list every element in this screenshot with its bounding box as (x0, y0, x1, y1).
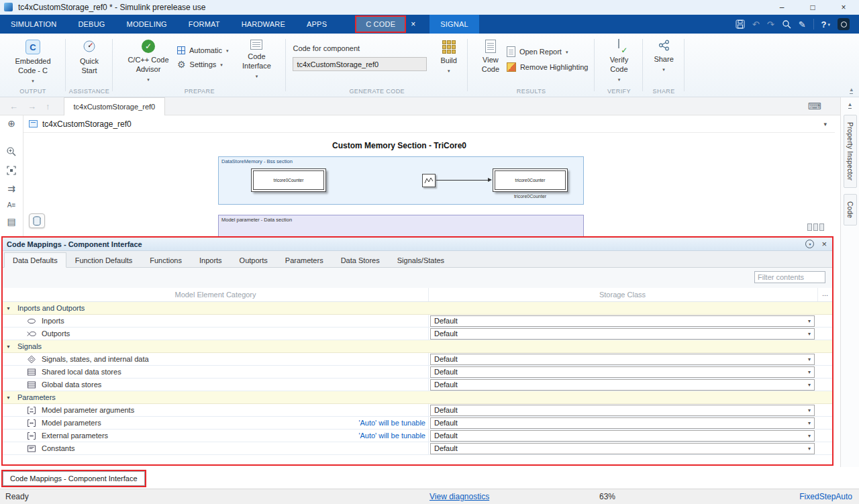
tab-c-code[interactable]: C CODE (355, 15, 406, 33)
storage-class-select[interactable]: Default ▾ (430, 405, 815, 416)
minimize-panel-icon[interactable]: ▾ (805, 240, 814, 248)
tab-hardware[interactable]: HARDWARE (231, 15, 296, 34)
model-canvas[interactable]: Custom Memory Section - TriCore0 DataSto… (23, 133, 835, 236)
code-mappings-bottom-tab[interactable]: Code Mappings - Component Interface (3, 471, 145, 486)
tab-modeling[interactable]: MODELING (116, 15, 178, 34)
column-storage-class[interactable]: Storage Class (428, 288, 816, 301)
record-icon[interactable] (838, 18, 850, 30)
tab-property-inspector[interactable]: Property Inspector (844, 115, 857, 188)
storage-class-select[interactable]: Default ▾ (430, 366, 815, 378)
table-row-shared-local-data-stores[interactable]: Shared local data stores Default ▾ (3, 366, 832, 379)
table-row-signals-states[interactable]: Signals, states, and internal data Defau… (3, 353, 832, 366)
maximize-button[interactable]: □ (797, 0, 828, 14)
tab-data-stores[interactable]: Data Stores (332, 252, 389, 268)
viewmarks-icon[interactable]: ▤ (7, 217, 15, 226)
storage-class-select[interactable]: Default ▾ (430, 315, 815, 327)
table-row-global-data-stores[interactable]: Global data stores Default ▾ (3, 379, 832, 391)
embedded-code-button[interactable]: C Embedded Code - C ▾ (7, 38, 59, 85)
storage-class-select[interactable]: Default ▾ (430, 354, 815, 365)
zoom-icon[interactable] (6, 146, 17, 157)
category-row-signals[interactable]: ▼ Signals (3, 340, 832, 353)
forward-icon[interactable]: → (28, 101, 36, 111)
tab-function-defaults[interactable]: Function Defaults (66, 252, 142, 268)
collapse-triangle-icon[interactable]: ▼ (6, 340, 11, 353)
annotate-icon[interactable]: ✎ (799, 20, 806, 29)
collapse-triangle-icon[interactable]: ▼ (6, 302, 11, 315)
minimize-button[interactable]: – (766, 0, 797, 14)
automatic-button[interactable]: Automatic ▾ (177, 46, 228, 54)
storage-class-select[interactable]: Default ▾ (430, 430, 815, 442)
column-options-button[interactable]: ... (817, 288, 832, 301)
signal-routing-icon[interactable]: ⇉ (7, 184, 15, 193)
close-panel-icon[interactable]: × (821, 240, 827, 248)
view-code-button[interactable]: View Code (474, 38, 507, 76)
annotation-icon[interactable]: A≡ (7, 202, 16, 209)
dock-collapse-icon[interactable]: ▴ (848, 101, 852, 109)
breadcrumb-model-name[interactable]: tc4xCustomStorage_ref0 (42, 119, 132, 129)
verify-code-button[interactable]: ✓ Verify Code ▾ (601, 38, 636, 83)
table-row-inports[interactable]: Inports Default ▾ (3, 315, 832, 327)
fit-to-view-icon[interactable] (7, 166, 16, 175)
database-badge-button[interactable] (29, 213, 45, 228)
remove-highlighting-button[interactable]: Remove Highlighting (507, 62, 589, 72)
table-row-model-parameter-arguments[interactable]: Model parameter arguments Default ▾ (3, 404, 832, 417)
open-report-button[interactable]: Open Report ▾ (507, 46, 589, 57)
collapse-toolstrip-icon[interactable]: ▴ (850, 87, 853, 94)
signal-wire[interactable] (436, 180, 489, 181)
table-row-model-parameters[interactable]: Model parameters 'Auto' will be tunable … (3, 417, 832, 430)
share-button[interactable]: Share ▾ (650, 38, 677, 73)
undo-icon[interactable]: ↶ (752, 20, 760, 29)
close-button[interactable]: × (828, 0, 859, 14)
document-tab[interactable]: tc4xCustomStorage_ref0 (64, 97, 166, 115)
storage-class-select[interactable]: Default ▾ (430, 379, 815, 391)
view-diagnostics-link[interactable]: View diagnostics (430, 489, 489, 504)
tab-simulation[interactable]: SIMULATION (0, 15, 67, 34)
keyboard-shortcuts-icon[interactable]: ⌨ (808, 101, 821, 111)
tab-debug[interactable]: DEBUG (67, 15, 115, 34)
back-icon[interactable]: ← (9, 101, 18, 111)
help-button[interactable]: ? ▾ (821, 19, 830, 30)
category-row-parameters[interactable]: ▼ Parameters (3, 391, 832, 404)
bss-section-area[interactable]: DataStoreMemory - Bss section tricore0Co… (218, 156, 584, 205)
tab-signal[interactable]: SIGNAL (430, 15, 479, 34)
tab-code[interactable]: Code (844, 194, 857, 225)
build-button[interactable]: Build ▾ (436, 38, 460, 74)
code-interface-button[interactable]: Code Interface ▾ (234, 38, 279, 80)
search-icon[interactable] (782, 19, 791, 29)
category-row-inports-outports[interactable]: ▼ Inports and Outports (3, 302, 832, 315)
column-model-element-category[interactable]: Model Element Category (3, 288, 428, 302)
component-input[interactable] (293, 57, 427, 71)
close-contextual-tab-icon[interactable]: × (406, 19, 420, 29)
tab-data-defaults[interactable]: Data Defaults (4, 252, 66, 268)
quick-start-button[interactable]: Quick Start (72, 38, 106, 77)
data-store-write-block[interactable]: tricore0Counter (493, 168, 568, 192)
storage-class-select[interactable]: Default ▾ (430, 328, 815, 340)
tab-apps[interactable]: APPS (296, 15, 338, 34)
filter-contents-input[interactable] (754, 271, 825, 283)
storage-class-select[interactable]: Default ▾ (430, 417, 815, 429)
chevron-down-icon: ▾ (220, 62, 223, 67)
breadcrumb-dropdown-icon[interactable]: ▾ (823, 121, 827, 128)
collapse-triangle-icon[interactable]: ▼ (6, 391, 11, 404)
code-advisor-button[interactable]: ✓ C/C++ Code Advisor ▾ (119, 38, 177, 83)
tab-outports[interactable]: Outports (231, 252, 276, 268)
signal-source-block[interactable] (422, 174, 436, 187)
table-row-constants[interactable]: Constants Default ▾ (3, 442, 832, 455)
redo-icon[interactable]: ↷ (767, 20, 774, 29)
tab-parameters[interactable]: Parameters (276, 252, 332, 268)
explorer-badge-icon[interactable]: ⊕ (7, 119, 15, 128)
data-store-memory-block[interactable]: tricore0Counter (251, 168, 326, 192)
table-row-outports[interactable]: Outports Default ▾ (3, 327, 832, 340)
table-row-external-parameters[interactable]: External parameters 'Auto' will be tunab… (3, 430, 832, 442)
up-to-parent-icon[interactable]: ↑ (46, 101, 50, 111)
save-icon[interactable] (736, 19, 745, 29)
split-view-controls[interactable] (807, 223, 824, 231)
data-section-area[interactable]: Model parameter - Data section (218, 215, 584, 236)
tab-signals-states[interactable]: Signals/States (389, 252, 453, 268)
tab-format[interactable]: FORMAT (178, 15, 231, 34)
storage-class-select[interactable]: Default ▾ (430, 443, 815, 454)
solver-link[interactable]: FixedStepAuto (799, 489, 852, 504)
settings-button[interactable]: ⚙ Settings ▾ (177, 60, 228, 69)
tab-functions[interactable]: Functions (141, 252, 191, 268)
tab-inports[interactable]: Inports (191, 252, 231, 268)
